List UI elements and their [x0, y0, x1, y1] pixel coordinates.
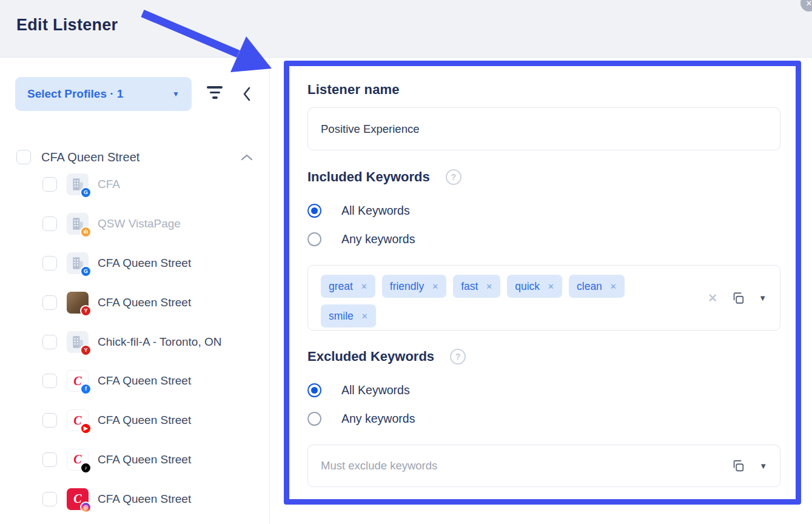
chevron-down-icon[interactable]: ▼	[759, 462, 767, 471]
profile-row[interactable]: G CFA	[0, 165, 270, 204]
radio-icon[interactable]	[307, 412, 321, 426]
profile-label: CFA Queen Street	[98, 296, 191, 309]
select-profiles-label: Select Profiles · 1	[27, 87, 123, 101]
keyword-chip-label: clean	[577, 280, 602, 293]
group-checkbox[interactable]	[16, 150, 31, 164]
profile-checkbox[interactable]	[42, 413, 57, 428]
profile-row[interactable]: C ◎ CFA Queen Street	[0, 479, 270, 519]
profile-label: QSW VistaPage	[98, 217, 181, 230]
excluded-keywords-label: Excluded Keywords	[307, 349, 434, 364]
profile-checkbox[interactable]	[42, 295, 57, 310]
profile-avatar: G	[67, 173, 89, 195]
excluded-keywords-input[interactable]	[307, 445, 780, 487]
filter-icon[interactable]	[206, 86, 224, 102]
profile-label: CFA Queen Street	[98, 414, 191, 427]
radio-label: All Keywords	[341, 383, 410, 397]
keyword-chip-label: fast	[461, 280, 478, 293]
edit-listener-page: Edit Listener ✕ Select Profiles · 1 ▼ CF…	[0, 0, 812, 524]
remove-keyword-icon[interactable]: ✕	[610, 282, 617, 291]
remove-keyword-icon[interactable]: ✕	[361, 282, 367, 291]
profile-avatar: ılı	[67, 213, 89, 235]
remove-keyword-icon[interactable]: ✕	[486, 282, 492, 291]
keyword-chip[interactable]: clean ✕	[569, 275, 625, 298]
help-icon[interactable]: ?	[446, 169, 461, 185]
profile-row[interactable]: G CFA Queen Street	[0, 244, 270, 283]
profile-checkbox[interactable]	[42, 256, 57, 270]
google-badge-icon: G	[80, 187, 92, 198]
radio-label: All Keywords	[341, 204, 410, 218]
profile-row[interactable]: C ▶ CFA Queen Street	[0, 401, 270, 440]
profile-row[interactable]: C f CFA Queen Street	[0, 361, 270, 401]
vistapage-badge-icon: ılı	[80, 226, 92, 238]
page-title: Edit Listener	[16, 16, 118, 35]
help-icon[interactable]: ?	[450, 349, 466, 364]
profile-label: CFA Queen Street	[98, 257, 191, 270]
profile-checkbox[interactable]	[42, 374, 57, 388]
keyword-chip[interactable]: friendly ✕	[382, 275, 446, 298]
select-profiles-dropdown[interactable]: Select Profiles · 1 ▼	[15, 77, 192, 111]
keyword-chip-label: quick	[515, 280, 540, 293]
radio-icon[interactable]	[307, 232, 321, 246]
keyword-chip-label: great	[329, 280, 353, 293]
chevron-down-icon[interactable]: ▼	[759, 294, 767, 303]
remove-keyword-icon[interactable]: ✕	[548, 282, 554, 291]
copy-icon[interactable]	[731, 291, 745, 304]
chevron-up-icon[interactable]	[241, 153, 253, 161]
listener-form: Listener name Included Keywords ? All Ke…	[270, 58, 812, 524]
clear-keywords-icon[interactable]: ✕	[708, 291, 717, 305]
copy-icon[interactable]	[731, 459, 745, 472]
profile-checkbox[interactable]	[42, 335, 57, 349]
radio-all-keywords[interactable]: All Keywords	[307, 203, 410, 218]
included-keywords-input[interactable]: great ✕ friendly ✕ fast ✕ quick ✕ clean …	[307, 265, 780, 331]
profile-label: CFA Queen Street	[98, 453, 191, 466]
radio-icon[interactable]	[307, 204, 321, 218]
profile-label: CFA Queen Street	[98, 374, 191, 388]
profile-checkbox[interactable]	[42, 177, 57, 192]
page-header: Edit Listener	[0, 0, 812, 58]
facebook-badge-icon: f	[80, 383, 92, 395]
remove-keyword-icon[interactable]: ✕	[432, 282, 438, 291]
listener-name-input[interactable]	[307, 107, 780, 150]
google-badge-icon: G	[80, 266, 92, 277]
keyword-chip[interactable]: fast ✕	[453, 275, 500, 298]
keyword-chip[interactable]: great ✕	[321, 275, 375, 298]
keyword-chip-label: smile	[329, 310, 354, 323]
profile-row[interactable]: Y CFA Queen Street	[0, 283, 270, 322]
profile-label: CFA Queen Street	[98, 492, 191, 506]
profile-row[interactable]: C ♪ CFA Queen Street	[0, 440, 270, 480]
keyword-chip-label: friendly	[390, 280, 424, 293]
youtube-badge-icon: ▶	[80, 423, 92, 434]
profile-row[interactable]: ılı QSW VistaPage	[0, 204, 270, 244]
profiles-sidebar: Select Profiles · 1 ▼ CFA Queen Street G…	[0, 58, 270, 524]
profile-label: CFA	[98, 178, 120, 191]
yelp-badge-icon: Y	[80, 344, 92, 356]
radio-any-keywords[interactable]: Any keywords	[307, 231, 415, 247]
profile-checkbox[interactable]	[42, 492, 57, 506]
radio-label: Any keywords	[341, 412, 415, 426]
radio-all-keywords[interactable]: All Keywords	[307, 382, 410, 398]
profile-list: G CFA ılı QSW VistaPage G CFA Queen Stre…	[0, 165, 270, 519]
profile-row[interactable]: Y Chick-fil-A - Toronto, ON	[0, 322, 270, 361]
profile-avatar: Y	[67, 331, 89, 353]
radio-any-keywords[interactable]: Any keywords	[307, 411, 415, 426]
included-keywords-label: Included Keywords	[307, 169, 430, 185]
profile-avatar: C ♪	[67, 449, 89, 471]
profile-avatar: C ◎	[67, 488, 89, 510]
instagram-badge-icon: ◎	[80, 502, 92, 513]
remove-keyword-icon[interactable]: ✕	[361, 312, 368, 321]
radio-icon[interactable]	[307, 383, 321, 397]
profile-label: Chick-fil-A - Toronto, ON	[98, 335, 221, 349]
radio-label: Any keywords	[341, 232, 415, 246]
profile-avatar: G	[67, 252, 89, 274]
profile-checkbox[interactable]	[42, 452, 57, 467]
included-keywords-chips: great ✕ friendly ✕ fast ✕ quick ✕ clean …	[321, 275, 680, 328]
keyword-chip[interactable]: smile ✕	[321, 304, 376, 328]
listener-name-label: Listener name	[307, 82, 400, 98]
profile-checkbox[interactable]	[42, 217, 57, 231]
profile-avatar: C ▶	[67, 409, 89, 431]
keyword-chip[interactable]: quick ✕	[507, 275, 562, 298]
profile-avatar: C f	[67, 370, 89, 392]
collapse-sidebar-icon[interactable]	[243, 86, 251, 104]
excluded-keywords-field: ▼	[307, 445, 780, 487]
chevron-down-icon: ▼	[172, 90, 180, 98]
